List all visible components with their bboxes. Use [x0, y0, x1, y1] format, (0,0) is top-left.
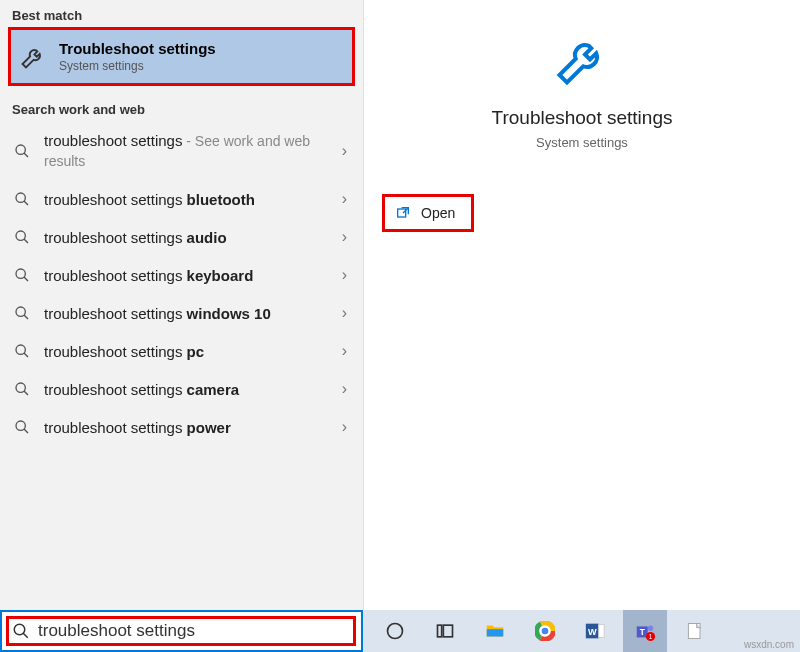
search-icon	[14, 191, 30, 207]
svg-text:W: W	[588, 627, 597, 637]
svg-point-27	[542, 628, 549, 635]
svg-rect-22	[443, 625, 452, 637]
search-input[interactable]	[38, 621, 361, 641]
svg-point-2	[16, 193, 25, 202]
suggestion-item[interactable]: troubleshoot settings windows 10›	[0, 294, 363, 332]
chevron-right-icon: ›	[338, 304, 351, 322]
suggestion-text: troubleshoot settings - See work and web…	[44, 131, 338, 170]
svg-point-8	[16, 307, 25, 316]
suggestion-text: troubleshoot settings bluetooth	[44, 191, 338, 208]
svg-line-9	[24, 315, 28, 319]
svg-line-5	[24, 239, 28, 243]
chevron-right-icon: ›	[338, 342, 351, 360]
suggestion-text: troubleshoot settings keyboard	[44, 267, 338, 284]
svg-line-17	[23, 633, 28, 638]
best-match-subtitle: System settings	[59, 59, 216, 73]
suggestion-text: troubleshoot settings audio	[44, 229, 338, 246]
suggestion-item[interactable]: troubleshoot settings keyboard›	[0, 256, 363, 294]
search-icon	[14, 419, 30, 435]
svg-point-4	[16, 231, 25, 240]
svg-point-20	[388, 624, 403, 639]
open-icon	[395, 205, 411, 221]
svg-point-33	[648, 626, 654, 632]
wrench-icon	[19, 43, 47, 71]
best-match-header: Best match	[0, 0, 363, 27]
svg-point-14	[16, 421, 25, 430]
svg-rect-21	[438, 625, 442, 637]
taskbar-notes[interactable]	[673, 610, 717, 652]
taskbar-cortana[interactable]	[373, 610, 417, 652]
chevron-right-icon: ›	[338, 142, 351, 160]
search-bar[interactable]	[0, 610, 363, 652]
svg-rect-30	[599, 625, 605, 638]
chevron-right-icon: ›	[338, 418, 351, 436]
suggestion-item[interactable]: troubleshoot settings camera›	[0, 370, 363, 408]
chevron-right-icon: ›	[338, 380, 351, 398]
search-icon	[14, 343, 30, 359]
svg-line-15	[24, 429, 28, 433]
svg-point-6	[16, 269, 25, 278]
svg-line-3	[24, 201, 28, 205]
suggestion-text: troubleshoot settings power	[44, 419, 338, 436]
svg-line-1	[24, 153, 28, 157]
search-icon	[14, 143, 30, 159]
svg-text:T: T	[640, 628, 645, 637]
svg-point-16	[14, 624, 25, 635]
suggestion-list: troubleshoot settings - See work and web…	[0, 121, 363, 446]
taskbar-word[interactable]: W	[573, 610, 617, 652]
suggestion-item[interactable]: troubleshoot settings audio›	[0, 218, 363, 256]
best-match-title: Troubleshoot settings	[59, 40, 216, 57]
svg-line-13	[24, 391, 28, 395]
wrench-icon-large	[552, 30, 612, 90]
taskbar-file-explorer[interactable]	[473, 610, 517, 652]
search-icon	[14, 229, 30, 245]
chevron-right-icon: ›	[338, 266, 351, 284]
search-icon	[14, 305, 30, 321]
svg-text:1: 1	[649, 633, 653, 640]
taskbar: W T1	[363, 610, 800, 652]
suggestion-item[interactable]: troubleshoot settings power›	[0, 408, 363, 446]
detail-subtitle: System settings	[364, 135, 800, 150]
search-icon	[14, 267, 30, 283]
svg-rect-18	[398, 209, 406, 217]
suggestion-item[interactable]: troubleshoot settings pc›	[0, 332, 363, 370]
svg-point-0	[16, 145, 25, 154]
taskbar-teams[interactable]: T1	[623, 610, 667, 652]
chevron-right-icon: ›	[338, 228, 351, 246]
taskbar-chrome[interactable]	[523, 610, 567, 652]
search-web-header: Search work and web	[0, 88, 363, 121]
svg-point-10	[16, 345, 25, 354]
best-match-result[interactable]: Troubleshoot settings System settings	[8, 27, 355, 86]
search-icon	[14, 381, 30, 397]
suggestion-text: troubleshoot settings pc	[44, 343, 338, 360]
suggestion-text: troubleshoot settings camera	[44, 381, 338, 398]
open-button[interactable]: Open	[382, 194, 474, 232]
suggestion-item[interactable]: troubleshoot settings bluetooth›	[0, 180, 363, 218]
svg-point-12	[16, 383, 25, 392]
search-results-panel: Best match Troubleshoot settings System …	[0, 0, 363, 652]
detail-panel: Troubleshoot settings System settings Op…	[363, 0, 800, 652]
search-icon	[12, 622, 30, 640]
suggestion-item[interactable]: troubleshoot settings - See work and web…	[0, 121, 363, 180]
open-button-label: Open	[421, 205, 455, 221]
watermark: wsxdn.com	[744, 639, 794, 650]
svg-line-11	[24, 353, 28, 357]
suggestion-text: troubleshoot settings windows 10	[44, 305, 338, 322]
taskbar-task-view[interactable]	[423, 610, 467, 652]
detail-title: Troubleshoot settings	[364, 107, 800, 129]
svg-line-7	[24, 277, 28, 281]
chevron-right-icon: ›	[338, 190, 351, 208]
